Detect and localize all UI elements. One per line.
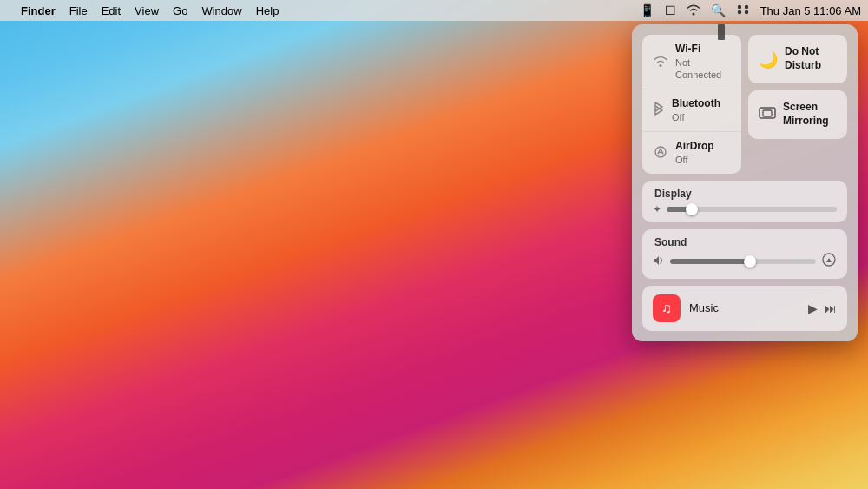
airplay-audio-icon[interactable] bbox=[821, 252, 837, 272]
spotlight-icon[interactable]: 🔍 bbox=[711, 3, 726, 17]
svg-point-3 bbox=[744, 10, 747, 13]
wifi-tile-icon bbox=[653, 54, 668, 71]
cc-top-row: Wi-Fi Not Connected Bluetooth Off bbox=[642, 35, 847, 174]
sound-volume-slider[interactable] bbox=[670, 259, 816, 264]
display-brightness-slider[interactable] bbox=[667, 207, 837, 212]
sidecar-icon[interactable]: 📱 bbox=[640, 3, 654, 17]
music-controls: ▶ ⏭ bbox=[808, 301, 837, 315]
dnd-label: Do Not Disturb bbox=[785, 45, 837, 72]
cc-network-tile[interactable]: Wi-Fi Not Connected Bluetooth Off bbox=[642, 35, 741, 174]
control-center-icon[interactable] bbox=[736, 3, 750, 18]
wifi-label: Wi-Fi bbox=[675, 43, 731, 56]
cc-wifi-item[interactable]: Wi-Fi Not Connected bbox=[642, 35, 741, 89]
display-section-label: Display bbox=[653, 188, 837, 200]
menubar-view[interactable]: View bbox=[135, 4, 159, 17]
dnd-icon: 🌙 bbox=[759, 50, 778, 69]
bluetooth-tile-text: Bluetooth Off bbox=[672, 97, 720, 123]
sound-slider-row[interactable] bbox=[653, 252, 837, 272]
svg-rect-7 bbox=[763, 110, 772, 116]
airdrop-label: AirDrop bbox=[675, 140, 714, 154]
bluetooth-status: Off bbox=[672, 111, 720, 123]
menubar-help[interactable]: Help bbox=[256, 4, 279, 17]
wifi-status: Not Connected bbox=[675, 56, 731, 82]
display-brightness-low-icon: ✦ bbox=[653, 203, 661, 215]
airdrop-tile-icon bbox=[653, 144, 668, 163]
bluetooth-label: Bluetooth bbox=[672, 97, 720, 111]
cc-display-section: Display ✦ bbox=[642, 181, 847, 222]
wifi-menubar-icon[interactable] bbox=[687, 3, 700, 18]
menubar-left: Finder File Edit View Go Window Help bbox=[7, 4, 279, 17]
cc-bluetooth-item[interactable]: Bluetooth Off bbox=[642, 89, 741, 132]
menubar-edit[interactable]: Edit bbox=[102, 4, 121, 17]
control-center-panel: Wi-Fi Not Connected Bluetooth Off bbox=[632, 24, 858, 341]
display-slider-row[interactable]: ✦ bbox=[653, 203, 837, 215]
music-label: Music bbox=[689, 301, 799, 314]
menubar-right: 📱 ☐ 🔍 Thu Jan 5 11:06 AM bbox=[640, 3, 861, 18]
cc-right-col: 🌙 Do Not Disturb Screen Mirroring bbox=[748, 35, 847, 174]
sound-volume-thumb[interactable] bbox=[744, 255, 756, 268]
menubar: Finder File Edit View Go Window Help 📱 ☐… bbox=[0, 0, 868, 21]
screen-mirroring-text: Screen Mirroring bbox=[783, 101, 837, 128]
cc-dnd-tile[interactable]: 🌙 Do Not Disturb bbox=[748, 35, 847, 83]
svg-point-2 bbox=[737, 10, 740, 13]
cc-music-tile[interactable]: ♫ Music ▶ ⏭ bbox=[642, 286, 847, 331]
svg-point-4 bbox=[660, 64, 662, 67]
bluetooth-tile-icon bbox=[653, 102, 665, 121]
menubar-window[interactable]: Window bbox=[201, 4, 241, 17]
music-note-icon: ♫ bbox=[661, 301, 672, 316]
airdrop-tile-text: AirDrop Off bbox=[675, 140, 714, 166]
svg-point-0 bbox=[737, 4, 740, 8]
menubar-go[interactable]: Go bbox=[173, 4, 187, 17]
music-forward-button[interactable]: ⏭ bbox=[825, 301, 837, 315]
cc-screen-mirroring-tile[interactable]: Screen Mirroring bbox=[748, 90, 847, 139]
airdrop-status: Off bbox=[675, 154, 714, 166]
svg-marker-9 bbox=[826, 258, 832, 262]
music-play-button[interactable]: ▶ bbox=[808, 301, 818, 315]
cc-airdrop-item[interactable]: AirDrop Off bbox=[642, 132, 741, 174]
screen-mirroring-label: Screen Mirroring bbox=[783, 101, 837, 128]
browser-icon[interactable]: ☐ bbox=[665, 3, 676, 17]
cc-sound-section: Sound bbox=[642, 229, 847, 279]
dnd-text: Do Not Disturb bbox=[785, 45, 837, 72]
svg-point-1 bbox=[744, 4, 747, 8]
sound-section-label: Sound bbox=[653, 236, 837, 248]
menubar-datetime: Thu Jan 5 11:06 AM bbox=[760, 4, 861, 17]
menubar-finder[interactable]: Finder bbox=[21, 4, 56, 17]
screen-mirroring-icon bbox=[759, 107, 776, 124]
music-app-icon: ♫ bbox=[653, 294, 681, 322]
cursor bbox=[718, 24, 725, 40]
wifi-tile-text: Wi-Fi Not Connected bbox=[675, 43, 731, 81]
sound-volume-fill bbox=[670, 259, 750, 264]
menubar-file[interactable]: File bbox=[69, 4, 88, 17]
display-brightness-thumb[interactable] bbox=[686, 203, 698, 215]
sound-volume-low-icon bbox=[653, 255, 665, 268]
